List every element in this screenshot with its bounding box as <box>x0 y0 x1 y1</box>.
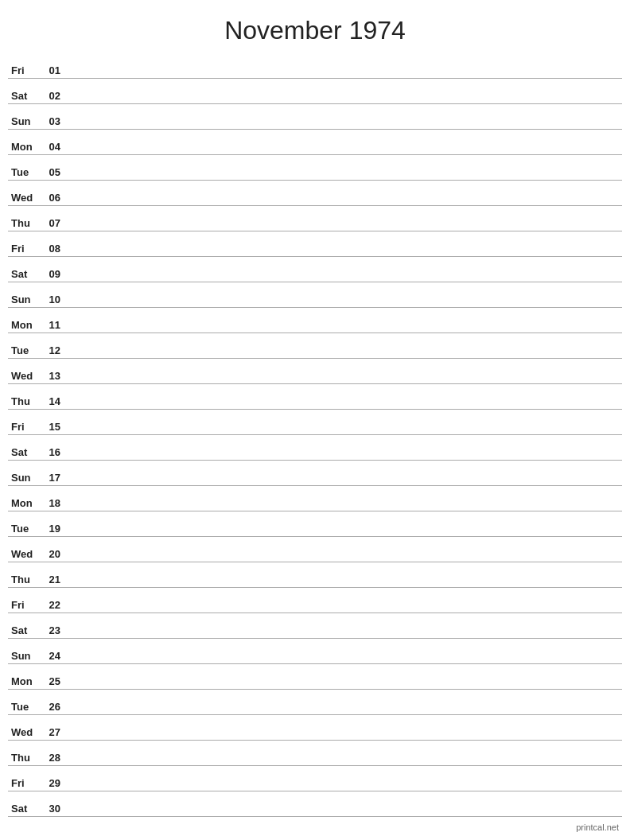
day-number: 18 <box>41 497 64 509</box>
day-row: Fri01 <box>8 53 622 79</box>
day-name: Mon <box>8 675 41 687</box>
day-row: Mon18 <box>8 486 622 511</box>
day-name: Thu <box>8 574 41 585</box>
day-row: Fri08 <box>8 231 622 257</box>
day-number: 29 <box>41 777 64 789</box>
day-number: 26 <box>41 701 64 713</box>
day-line <box>64 432 622 433</box>
day-line <box>64 788 622 789</box>
day-row: Tue26 <box>8 690 622 715</box>
day-line <box>64 126 622 127</box>
day-row: Sun24 <box>8 639 622 664</box>
day-line <box>64 534 622 535</box>
day-row: Sun17 <box>8 461 622 486</box>
day-number: 10 <box>41 294 64 305</box>
day-name: Wed <box>8 370 41 382</box>
day-name: Tue <box>8 701 41 713</box>
day-name: Mon <box>8 141 41 153</box>
day-number: 24 <box>41 650 64 662</box>
day-row: Tue19 <box>8 511 622 537</box>
day-number: 27 <box>41 726 64 738</box>
day-number: 13 <box>41 370 64 382</box>
day-line <box>64 381 622 382</box>
day-line <box>64 356 622 356</box>
day-line <box>64 152 622 153</box>
day-line <box>64 763 622 764</box>
day-number: 09 <box>41 268 64 280</box>
day-name: Fri <box>8 599 41 611</box>
day-name: Sun <box>8 650 41 662</box>
day-number: 25 <box>41 675 64 687</box>
day-number: 06 <box>41 192 64 204</box>
day-name: Mon <box>8 319 41 331</box>
day-line <box>64 457 622 458</box>
day-number: 11 <box>41 319 64 331</box>
day-row: Fri29 <box>8 766 622 791</box>
day-name: Sat <box>8 624 41 636</box>
day-name: Sat <box>8 90 41 102</box>
day-name: Mon <box>8 497 41 509</box>
day-row: Sat23 <box>8 613 622 639</box>
day-name: Sun <box>8 294 41 305</box>
day-row: Sat16 <box>8 435 622 461</box>
day-name: Sat <box>8 268 41 280</box>
day-row: Sun10 <box>8 282 622 308</box>
day-name: Fri <box>8 421 41 433</box>
day-row: Wed06 <box>8 181 622 206</box>
day-number: 04 <box>41 141 64 153</box>
day-row: Wed13 <box>8 359 622 384</box>
day-line <box>64 686 622 687</box>
day-number: 08 <box>41 243 64 255</box>
day-line <box>64 559 622 560</box>
day-line <box>64 330 622 331</box>
day-row: Tue12 <box>8 333 622 359</box>
day-row: Mon11 <box>8 308 622 333</box>
calendar-grid: Fri01Sat02Sun03Mon04Tue05Wed06Thu07Fri08… <box>0 53 630 817</box>
day-number: 21 <box>41 574 64 585</box>
day-name: Fri <box>8 243 41 255</box>
day-name: Thu <box>8 217 41 229</box>
day-number: 16 <box>41 446 64 458</box>
day-line <box>64 177 622 178</box>
day-row: Mon25 <box>8 664 622 690</box>
day-name: Sun <box>8 472 41 484</box>
day-line <box>64 305 622 305</box>
day-row: Wed27 <box>8 715 622 741</box>
day-number: 19 <box>41 523 64 535</box>
day-row: Wed20 <box>8 537 622 562</box>
day-line <box>64 101 622 102</box>
day-row: Thu28 <box>8 741 622 766</box>
day-number: 30 <box>41 803 64 815</box>
day-row: Thu07 <box>8 206 622 231</box>
page-title: November 1974 <box>0 0 630 53</box>
day-number: 22 <box>41 599 64 611</box>
day-name: Tue <box>8 166 41 178</box>
day-name: Fri <box>8 777 41 789</box>
day-row: Fri15 <box>8 410 622 435</box>
day-name: Tue <box>8 523 41 535</box>
day-number: 03 <box>41 115 64 127</box>
day-name: Sat <box>8 446 41 458</box>
day-name: Sat <box>8 803 41 815</box>
day-line <box>64 76 622 76</box>
day-row: Thu14 <box>8 384 622 410</box>
day-number: 23 <box>41 624 64 636</box>
day-line <box>64 508 622 509</box>
day-line <box>64 406 622 407</box>
day-number: 07 <box>41 217 64 229</box>
day-number: 28 <box>41 752 64 764</box>
day-number: 01 <box>41 64 64 76</box>
day-name: Fri <box>8 64 41 76</box>
day-number: 14 <box>41 395 64 407</box>
day-line <box>64 737 622 738</box>
day-name: Wed <box>8 548 41 560</box>
day-line <box>64 814 622 815</box>
day-name: Tue <box>8 344 41 356</box>
day-line <box>64 254 622 255</box>
day-row: Sat02 <box>8 79 622 104</box>
day-number: 12 <box>41 344 64 356</box>
day-number: 15 <box>41 421 64 433</box>
day-row: Tue05 <box>8 155 622 181</box>
day-line <box>64 483 622 484</box>
day-line <box>64 661 622 662</box>
